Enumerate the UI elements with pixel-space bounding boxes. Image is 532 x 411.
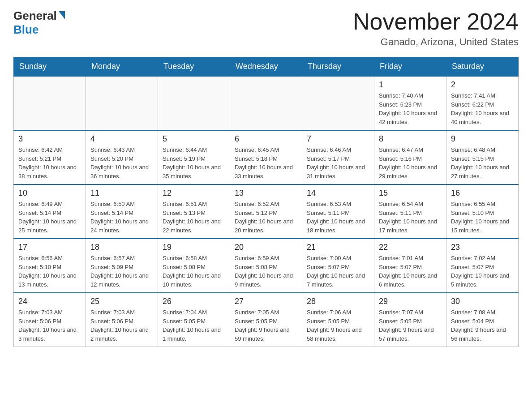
day-info: Sunrise: 7:04 AMSunset: 5:05 PMDaylight:… [163,308,225,343]
day-info: Sunrise: 6:43 AMSunset: 5:20 PMDaylight:… [90,146,153,180]
day-cell-w2-d0: 10Sunrise: 6:49 AMSunset: 5:14 PMDayligh… [14,184,86,239]
day-number: 13 [235,188,297,198]
day-info: Sunrise: 6:59 AMSunset: 5:08 PMDaylight:… [235,254,297,289]
day-number: 1 [379,80,442,90]
day-info: Sunrise: 7:01 AMSunset: 5:07 PMDaylight:… [379,254,442,289]
day-number: 16 [451,188,514,198]
day-number: 17 [18,243,81,252]
title-area: November 2024 Ganado, Arizona, United St… [353,9,519,48]
day-cell-w4-d1: 25Sunrise: 7:03 AMSunset: 5:06 PMDayligh… [86,293,158,347]
day-cell-w3-d2: 19Sunrise: 6:58 AMSunset: 5:08 PMDayligh… [158,239,230,293]
day-info: Sunrise: 7:05 AMSunset: 5:05 PMDaylight:… [235,308,297,343]
calendar-table: Sunday Monday Tuesday Wednesday Thursday… [13,57,519,347]
day-info: Sunrise: 7:41 AMSunset: 6:22 PMDaylight:… [451,91,514,126]
week-row-3: 17Sunrise: 6:56 AMSunset: 5:10 PMDayligh… [14,239,519,293]
week-row-4: 24Sunrise: 7:03 AMSunset: 5:06 PMDayligh… [14,293,519,347]
day-number: 27 [235,297,297,306]
day-number: 14 [307,188,369,198]
day-cell-w0-d0 [14,76,86,130]
day-cell-w0-d3 [230,76,302,130]
day-info: Sunrise: 6:45 AMSunset: 5:18 PMDaylight:… [235,146,297,180]
day-cell-w1-d1: 4Sunrise: 6:43 AMSunset: 5:20 PMDaylight… [86,130,158,184]
day-info: Sunrise: 6:51 AMSunset: 5:13 PMDaylight:… [163,200,225,235]
day-cell-w0-d6: 2Sunrise: 7:41 AMSunset: 6:22 PMDaylight… [446,76,519,130]
day-cell-w4-d4: 28Sunrise: 7:06 AMSunset: 5:05 PMDayligh… [302,293,374,347]
day-number: 12 [163,188,225,198]
day-cell-w1-d3: 6Sunrise: 6:45 AMSunset: 5:18 PMDaylight… [230,130,302,184]
day-cell-w3-d1: 18Sunrise: 6:57 AMSunset: 5:09 PMDayligh… [86,239,158,293]
day-cell-w2-d2: 12Sunrise: 6:51 AMSunset: 5:13 PMDayligh… [158,184,230,239]
day-cell-w2-d3: 13Sunrise: 6:52 AMSunset: 5:12 PMDayligh… [230,184,302,239]
day-cell-w3-d0: 17Sunrise: 6:56 AMSunset: 5:10 PMDayligh… [14,239,86,293]
logo-arrow-icon [59,11,65,19]
day-number: 11 [90,188,153,198]
page-header: General Blue November 2024 Ganado, Arizo… [13,9,519,48]
day-cell-w4-d0: 24Sunrise: 7:03 AMSunset: 5:06 PMDayligh… [14,293,86,347]
day-number: 10 [18,188,81,198]
week-row-1: 3Sunrise: 6:42 AMSunset: 5:21 PMDaylight… [14,130,519,184]
day-info: Sunrise: 6:47 AMSunset: 5:16 PMDaylight:… [379,146,442,180]
day-number: 3 [18,134,81,144]
day-info: Sunrise: 6:48 AMSunset: 5:15 PMDaylight:… [451,146,514,180]
col-monday: Monday [86,57,158,77]
logo-blue-text: Blue [13,23,39,37]
day-number: 5 [163,134,225,144]
day-info: Sunrise: 6:54 AMSunset: 5:11 PMDaylight:… [379,200,442,235]
day-number: 8 [379,134,442,144]
day-cell-w1-d2: 5Sunrise: 6:44 AMSunset: 5:19 PMDaylight… [158,130,230,184]
day-info: Sunrise: 7:08 AMSunset: 5:04 PMDaylight:… [451,308,514,343]
day-info: Sunrise: 6:46 AMSunset: 5:17 PMDaylight:… [307,146,369,180]
day-info: Sunrise: 7:40 AMSunset: 6:23 PMDaylight:… [379,91,442,126]
day-info: Sunrise: 6:57 AMSunset: 5:09 PMDaylight:… [90,254,153,289]
page-title: November 2024 [353,9,519,34]
day-number: 20 [235,243,297,252]
day-cell-w1-d0: 3Sunrise: 6:42 AMSunset: 5:21 PMDaylight… [14,130,86,184]
day-number: 23 [451,243,514,252]
day-info: Sunrise: 7:00 AMSunset: 5:07 PMDaylight:… [307,254,369,289]
day-number: 9 [451,134,514,144]
col-tuesday: Tuesday [158,57,230,77]
day-cell-w1-d6: 9Sunrise: 6:48 AMSunset: 5:15 PMDaylight… [446,130,519,184]
day-info: Sunrise: 7:03 AMSunset: 5:06 PMDaylight:… [18,308,81,343]
day-number: 4 [90,134,153,144]
day-cell-w4-d2: 26Sunrise: 7:04 AMSunset: 5:05 PMDayligh… [158,293,230,347]
day-cell-w1-d5: 8Sunrise: 6:47 AMSunset: 5:16 PMDaylight… [374,130,446,184]
logo-top: General [13,9,65,23]
col-wednesday: Wednesday [230,57,302,77]
day-info: Sunrise: 7:03 AMSunset: 5:06 PMDaylight:… [90,308,153,343]
day-number: 29 [379,297,442,306]
day-cell-w2-d4: 14Sunrise: 6:53 AMSunset: 5:11 PMDayligh… [302,184,374,239]
day-number: 26 [163,297,225,306]
day-cell-w0-d4 [302,76,374,130]
col-friday: Friday [374,57,446,77]
col-saturday: Saturday [446,57,519,77]
day-number: 2 [451,80,514,90]
logo-general-text: General [13,9,57,23]
day-cell-w4-d5: 29Sunrise: 7:07 AMSunset: 5:05 PMDayligh… [374,293,446,347]
day-number: 22 [379,243,442,252]
day-cell-w0-d2 [158,76,230,130]
day-cell-w0-d1 [86,76,158,130]
day-number: 21 [307,243,369,252]
day-number: 18 [90,243,153,252]
page-subtitle: Ganado, Arizona, United States [353,36,519,48]
day-number: 19 [163,243,225,252]
day-number: 7 [307,134,369,144]
day-cell-w1-d4: 7Sunrise: 6:46 AMSunset: 5:17 PMDaylight… [302,130,374,184]
day-cell-w3-d3: 20Sunrise: 6:59 AMSunset: 5:08 PMDayligh… [230,239,302,293]
day-cell-w3-d6: 23Sunrise: 7:02 AMSunset: 5:07 PMDayligh… [446,239,519,293]
day-cell-w4-d3: 27Sunrise: 7:05 AMSunset: 5:05 PMDayligh… [230,293,302,347]
col-sunday: Sunday [14,57,86,77]
day-info: Sunrise: 6:52 AMSunset: 5:12 PMDaylight:… [235,200,297,235]
day-info: Sunrise: 6:56 AMSunset: 5:10 PMDaylight:… [18,254,81,289]
day-info: Sunrise: 6:53 AMSunset: 5:11 PMDaylight:… [307,200,369,235]
day-info: Sunrise: 7:07 AMSunset: 5:05 PMDaylight:… [379,308,442,343]
logo: General Blue [13,9,65,37]
week-row-0: 1Sunrise: 7:40 AMSunset: 6:23 PMDaylight… [14,76,519,130]
day-number: 24 [18,297,81,306]
day-cell-w4-d6: 30Sunrise: 7:08 AMSunset: 5:04 PMDayligh… [446,293,519,347]
day-cell-w2-d5: 15Sunrise: 6:54 AMSunset: 5:11 PMDayligh… [374,184,446,239]
day-number: 25 [90,297,153,306]
day-number: 30 [451,297,514,306]
day-info: Sunrise: 6:49 AMSunset: 5:14 PMDaylight:… [18,200,81,235]
